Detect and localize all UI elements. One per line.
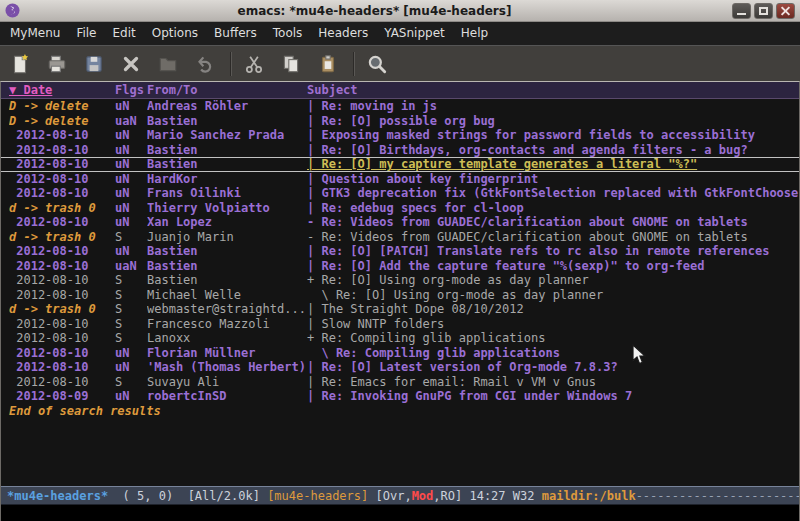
folder-icon: [157, 53, 179, 75]
sort-column-date[interactable]: ▼ Date: [9, 82, 115, 98]
minibuffer[interactable]: [1, 505, 799, 521]
paste-button[interactable]: [314, 50, 342, 78]
message-subject: | Re: Emacs for email: Rmail v VM v Gnus: [307, 375, 799, 390]
copy-icon: [280, 53, 302, 75]
message-row[interactable]: 2012-08-10 uN Bastien | Re: [O] [PATCH] …: [1, 244, 799, 259]
message-subject: | Slow NNTP folders: [307, 317, 799, 332]
message-subject: | Re: edebug specs for cl-loop: [307, 201, 799, 216]
message-date: 2012-08-10: [9, 375, 115, 390]
message-from: 'Mash (Thomas Herbert): [147, 360, 307, 375]
message-row[interactable]: d -> trash 0 S webmaster@straightd... | …: [1, 302, 799, 317]
message-row[interactable]: 2012-08-10 S Bastien + Re: [O] Using org…: [1, 273, 799, 288]
message-row[interactable]: d -> trash 0 uN Thierry Volpiatto | Re: …: [1, 201, 799, 216]
toolbar-separator: [353, 52, 355, 76]
minimize-icon: [737, 13, 746, 15]
menu-item-mymenu[interactable]: MyMenu: [2, 22, 68, 45]
close-button[interactable]: [776, 3, 795, 19]
message-flags: S: [115, 302, 147, 317]
message-subject: | Re: [O] possible org bug: [307, 114, 799, 129]
modeline-status-prefix: [Ovr,: [376, 489, 412, 503]
message-from: HardKor: [147, 172, 307, 187]
column-flags[interactable]: Flgs: [115, 82, 147, 98]
cut-icon: [243, 53, 265, 75]
message-date: 2012-08-10: [9, 331, 115, 346]
menu-item-buffers[interactable]: Buffers: [206, 22, 265, 45]
message-date: 2012-08-10: [9, 158, 115, 171]
message-row[interactable]: d -> trash 0 S Juanjo Marin - Re: Videos…: [1, 230, 799, 245]
empty-area: [1, 419, 799, 487]
new-file-icon: [9, 53, 31, 75]
menu-item-file[interactable]: File: [68, 22, 104, 45]
emacs-window: emacs: *mu4e-headers* [mu4e-headers] MyM…: [0, 0, 800, 521]
menu-item-tools[interactable]: Tools: [265, 22, 311, 45]
message-date: d -> trash 0: [9, 230, 115, 245]
message-row[interactable]: 2012-08-10 uN Florian Müllner \ Re: Comp…: [1, 346, 799, 361]
menu-item-edit[interactable]: Edit: [105, 22, 144, 45]
minimize-button[interactable]: [732, 3, 751, 19]
copy-button[interactable]: [277, 50, 305, 78]
message-flags: uN: [115, 215, 147, 230]
menu-item-help[interactable]: Help: [453, 22, 496, 45]
message-row[interactable]: 2012-08-10 S Francesco Mazzoli | Slow NN…: [1, 317, 799, 332]
modeline-buffer-name: *mu4e-headers*: [7, 489, 108, 503]
undo-button[interactable]: [191, 50, 219, 78]
message-row[interactable]: 2012-08-10 uN Frans Oilinki | GTK3 depre…: [1, 186, 799, 201]
message-from: Florian Müllner: [147, 346, 307, 361]
message-row[interactable]: 2012-08-10 uaN Bastien | Re: [O] Add the…: [1, 259, 799, 274]
message-flags: uN: [115, 143, 147, 158]
message-subject: | Re: [O] [PATCH] Translate refs to rc a…: [307, 244, 799, 259]
cut-button[interactable]: [240, 50, 268, 78]
message-flags: S: [115, 317, 147, 332]
message-from: Xan Lopez: [147, 215, 307, 230]
maximize-button[interactable]: [754, 3, 773, 19]
message-row[interactable]: 2012-08-10 uN Mario Sanchez Prada | Expo…: [1, 128, 799, 143]
message-row[interactable]: 2012-08-10 S Michael Welle \ Re: [O] Usi…: [1, 288, 799, 303]
message-row[interactable]: 2012-08-10 uN 'Mash (Thomas Herbert) | R…: [1, 360, 799, 375]
dired-button[interactable]: [154, 50, 182, 78]
message-row[interactable]: D -> delete uN Andreas Röhler | Re: movi…: [1, 99, 799, 114]
save-buffer-button[interactable]: [80, 50, 108, 78]
open-file-button[interactable]: [43, 50, 71, 78]
modeline-time: 14:27: [469, 489, 512, 503]
message-row[interactable]: 2012-08-10 S Lanoxx + Re: Compiling glib…: [1, 331, 799, 346]
message-flags: S: [115, 230, 147, 245]
menu-item-yasnippet[interactable]: YASnippet: [376, 22, 453, 45]
new-file-button[interactable]: [6, 50, 34, 78]
message-row[interactable]: 2012-08-10 uN Bastien | Re: [O] Birthday…: [1, 143, 799, 158]
close-icon: [780, 5, 791, 16]
message-from: webmaster@straightd...: [147, 302, 307, 317]
menu-bar: MyMenuFileEditOptionsBuffersToolsHeaders…: [0, 22, 800, 45]
undo-icon: [194, 53, 216, 75]
message-flags: uN: [115, 201, 147, 216]
mode-line[interactable]: *mu4e-headers* ( 5, 0) [All/2.0k] [mu4e-…: [1, 486, 799, 505]
message-date: 2012-08-10: [9, 143, 115, 158]
message-from: Frans Oilinki: [147, 186, 307, 201]
message-subject: | GTK3 deprecation fix (GtkFontSelection…: [307, 186, 799, 201]
kill-buffer-button[interactable]: [117, 50, 145, 78]
message-row[interactable]: 2012-08-10 S Suvayu Ali | Re: Emacs for …: [1, 375, 799, 390]
message-row[interactable]: 2012-08-09 uN robertcInSD | Re: Invoking…: [1, 389, 799, 404]
menu-item-headers[interactable]: Headers: [310, 22, 376, 45]
message-from: Thierry Volpiatto: [147, 201, 307, 216]
message-list: D -> delete uN Andreas Röhler | Re: movi…: [1, 99, 799, 404]
column-from[interactable]: From/To: [147, 82, 307, 98]
message-from: Lanoxx: [147, 331, 307, 346]
emacs-frame: ▼ Date Flgs From/To Subject D -> delete …: [0, 81, 800, 521]
message-flags: uN: [115, 346, 147, 361]
message-row[interactable]: 2012-08-10 uN HardKor | Question about k…: [1, 172, 799, 187]
message-date: d -> trash 0: [9, 302, 115, 317]
message-flags: S: [115, 331, 147, 346]
modeline-maildir: maildir:/bulk: [542, 489, 636, 503]
message-row[interactable]: D -> delete uaN Bastien | Re: [O] possib…: [1, 114, 799, 129]
message-from: Bastien: [147, 244, 307, 259]
titlebar[interactable]: emacs: *mu4e-headers* [mu4e-headers]: [0, 0, 800, 22]
message-flags: S: [115, 288, 147, 303]
menu-item-options[interactable]: Options: [144, 22, 206, 45]
save-icon: [83, 53, 105, 75]
message-row[interactable]: 2012-08-10 uN Bastien | Re: [O] my captu…: [1, 157, 799, 172]
search-button[interactable]: [363, 50, 391, 78]
column-subject[interactable]: Subject: [307, 82, 799, 98]
emacs-icon: [5, 3, 20, 18]
message-row[interactable]: 2012-08-10 uN Xan Lopez - Re: Videos fro…: [1, 215, 799, 230]
message-flags: uN: [115, 99, 147, 114]
